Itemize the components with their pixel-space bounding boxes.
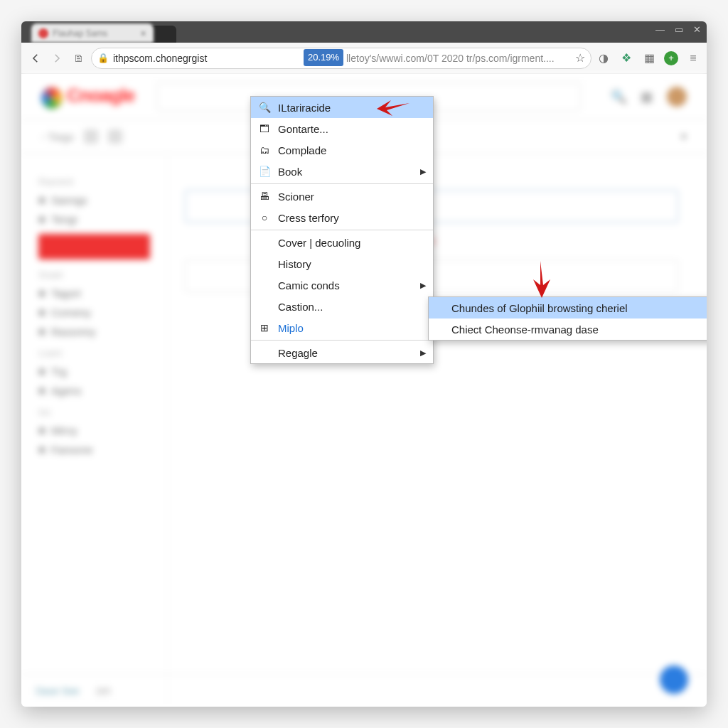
- bottom-link[interactable]: Jeh: [95, 685, 111, 697]
- new-tab-button[interactable]: [151, 26, 176, 43]
- url-text: ithpscom.chonegrgist: [113, 53, 207, 64]
- menu-item-icon: [258, 346, 271, 359]
- url-highlight-chip: 20.19%: [304, 49, 343, 66]
- tab-strip: Flauhap Sams × — ▭ ✕: [21, 21, 707, 43]
- forward-button[interactable]: [48, 50, 65, 67]
- submenu-item[interactable]: Chundes of Glophiil browsting cheriel: [429, 297, 707, 318]
- submenu-arrow-icon: ▶: [420, 167, 426, 176]
- menu-item-label: Regagle: [278, 347, 318, 359]
- avatar[interactable]: [667, 87, 687, 107]
- menu-item[interactable]: History: [251, 253, 433, 274]
- tab-close-icon[interactable]: ×: [140, 28, 146, 39]
- maximize-icon[interactable]: ▭: [675, 24, 683, 35]
- menu-item[interactable]: 📄Book▶: [251, 161, 433, 182]
- menu-item-label: Castion...: [278, 301, 323, 313]
- menu-item[interactable]: ○Cress terfory: [251, 207, 433, 228]
- menu-item-icon: 📄: [258, 165, 271, 178]
- menu-item-icon: ⊞: [258, 321, 271, 334]
- close-icon[interactable]: ✕: [693, 24, 701, 35]
- fab-button[interactable]: [660, 665, 688, 694]
- menu-item-label: ILtariracide: [278, 102, 331, 114]
- context-menu: 🔍ILtariracide🗔Gontarte...🗂Complade📄Book▶…: [250, 96, 434, 364]
- menu-item-icon: ○: [258, 211, 271, 224]
- menu-item-icon: 🔍: [258, 101, 271, 114]
- sidebar-item[interactable]: Tengr: [38, 213, 150, 225]
- menu-item[interactable]: 🖶Scioner: [251, 186, 433, 207]
- menu-item-icon: 🗔: [258, 122, 271, 135]
- minimize-icon[interactable]: —: [655, 24, 665, 35]
- sidebar-item[interactable]: Fansone: [38, 444, 150, 456]
- sidebar-item[interactable]: Comeny: [38, 306, 150, 318]
- submenu-item[interactable]: Chiect Cheonse-rmvanag dase: [429, 318, 707, 340]
- menu-item[interactable]: Regagle▶: [251, 342, 433, 363]
- menu-item-icon: 🖶: [258, 190, 271, 203]
- search-icon[interactable]: 🔍: [611, 89, 626, 105]
- menu-item-icon: 🗂: [258, 144, 271, 156]
- chrome-menu-icon[interactable]: ≡: [685, 50, 701, 66]
- apps-icon[interactable]: ▦: [641, 89, 653, 105]
- primary-button[interactable]: [38, 234, 150, 259]
- menu-item[interactable]: 🗂Complade: [251, 139, 433, 161]
- tab-favicon: [38, 28, 48, 38]
- chevron-down-icon[interactable]: ▾: [681, 130, 687, 143]
- extension-icons: ◑ ❖ ▦ + ≡: [596, 50, 701, 66]
- submenu-item-label: Chundes of Glophiil browsting cheriel: [451, 302, 628, 314]
- menu-item-label: Complade: [278, 144, 326, 156]
- extension-icon-1[interactable]: ◑: [596, 50, 611, 66]
- menu-item-label: Cover | decuoling: [278, 237, 360, 249]
- menu-item[interactable]: 🔍ILtariracide: [251, 97, 433, 118]
- toolbar: 🗎 🔒 ithpscom.chonegrgist 20.19% lletoy's…: [21, 43, 707, 74]
- extension-icon-4[interactable]: +: [664, 51, 678, 65]
- menu-item-label: Miplo: [278, 322, 304, 334]
- back-button[interactable]: [27, 50, 44, 67]
- extension-icon-2[interactable]: ❖: [619, 50, 634, 66]
- submenu-arrow-icon: ▶: [420, 281, 426, 290]
- lock-icon: 🔒: [97, 53, 109, 63]
- menu-item[interactable]: Castion...: [251, 296, 433, 317]
- menu-item-label: Camic conds: [278, 279, 340, 291]
- sidebar-item[interactable]: Mirny: [38, 424, 150, 437]
- menu-item-icon: [258, 236, 271, 249]
- menu-item-label: Cress terfory: [278, 212, 339, 224]
- menu-item-label: Scioner: [278, 191, 314, 203]
- menu-item[interactable]: 🗔Gontarte...: [251, 118, 433, 139]
- menu-item-label: Gontarte...: [278, 123, 328, 135]
- sidebar-item[interactable]: Sanngs: [38, 194, 150, 206]
- menu-item[interactable]: Camic conds▶: [251, 274, 433, 296]
- sidebar-item[interactable]: Rassnmy: [38, 326, 150, 338]
- menu-item[interactable]: Cover | decuoling: [251, 232, 433, 253]
- menu-item-label: Book: [278, 166, 302, 178]
- menu-item-icon: [258, 279, 271, 291]
- sidebar: Raonent Sanngs Tengr Snaet Tagort Comeny…: [21, 154, 168, 707]
- bottom-bar: Dase See Jeh: [21, 674, 707, 707]
- browser-tab[interactable]: Flauhap Sams ×: [31, 23, 154, 43]
- menu-item[interactable]: ⊞Miplo: [251, 317, 433, 338]
- menu-item-label: History: [278, 258, 311, 270]
- submenu-item-label: Chiect Cheonse-rmvanag dase: [451, 323, 599, 336]
- bottom-link[interactable]: Dase See: [36, 685, 79, 697]
- window-controls: — ▭ ✕: [655, 24, 701, 35]
- menu-item-icon: [258, 300, 271, 313]
- sidebar-item[interactable]: Tagort: [38, 287, 150, 299]
- menu-item-icon: [258, 257, 271, 270]
- sidebar-item[interactable]: Trg: [38, 365, 150, 378]
- context-submenu: Chundes of Glophiil browsting cherielChi…: [428, 296, 707, 341]
- tab-title: Flauhap Sams: [53, 28, 107, 38]
- submenu-arrow-icon: ▶: [420, 348, 426, 358]
- sidebar-item[interactable]: Agens: [38, 385, 150, 397]
- page-info-icon[interactable]: 🗎: [70, 50, 87, 67]
- browser-window: Flauhap Sams × — ▭ ✕ 🗎 🔒 ithpscom.choneg…: [21, 21, 707, 707]
- address-bar[interactable]: 🔒 ithpscom.chonegrgist 20.19% lletoy's/w…: [91, 48, 592, 69]
- bookmark-star-icon[interactable]: ☆: [575, 51, 585, 65]
- extension-icon-3[interactable]: ▦: [641, 50, 657, 66]
- app-logo: Cnoagle: [41, 85, 135, 109]
- url-tail: lletoy's/wwwi.com/0T 2020 tr/ps.com/igrm…: [346, 53, 555, 64]
